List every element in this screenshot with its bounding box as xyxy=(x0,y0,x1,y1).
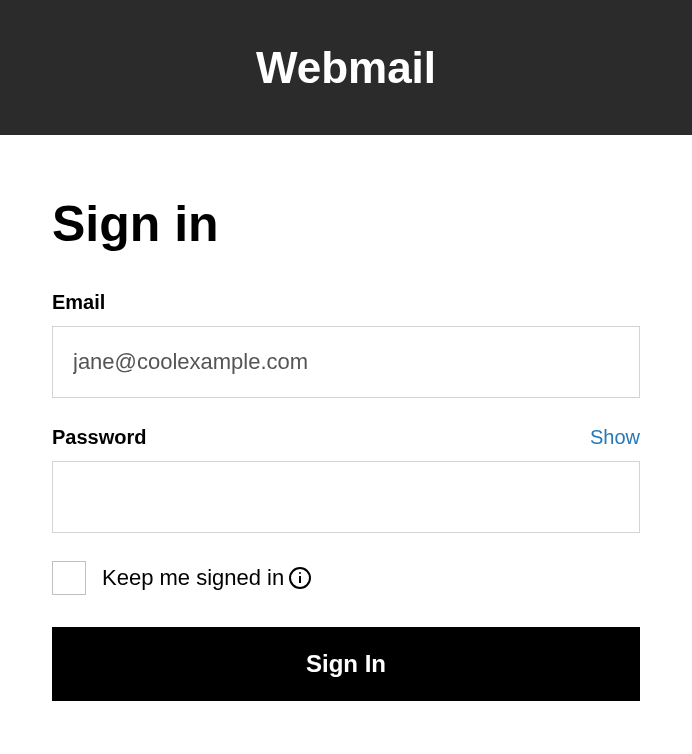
header: Webmail xyxy=(0,0,692,135)
password-label: Password xyxy=(52,426,146,449)
signin-form: Sign in Email Password Show Keep me sign… xyxy=(0,135,692,701)
email-field[interactable] xyxy=(52,326,640,398)
email-label: Email xyxy=(52,291,640,314)
keep-signed-in-label: Keep me signed in xyxy=(102,565,312,591)
svg-point-2 xyxy=(299,572,301,574)
signin-button[interactable]: Sign In xyxy=(52,627,640,701)
password-label-row: Password Show xyxy=(52,426,640,449)
info-icon[interactable] xyxy=(288,566,312,590)
email-field-group: Email xyxy=(52,291,640,398)
keep-signed-in-row: Keep me signed in xyxy=(52,561,640,595)
password-field[interactable] xyxy=(52,461,640,533)
show-password-link[interactable]: Show xyxy=(590,426,640,449)
keep-signed-in-checkbox[interactable] xyxy=(52,561,86,595)
page-title: Sign in xyxy=(52,195,640,253)
password-field-group: Password Show xyxy=(52,426,640,533)
header-title: Webmail xyxy=(256,43,436,93)
